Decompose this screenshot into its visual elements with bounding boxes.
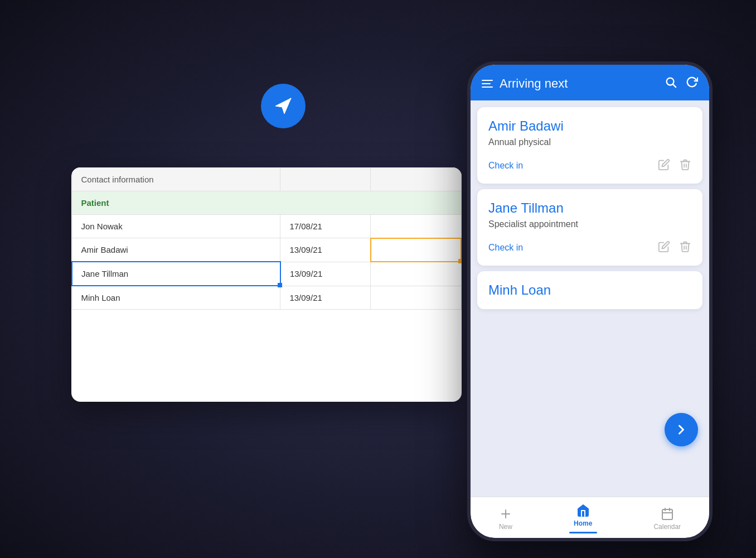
- nav-label-home: Home: [574, 519, 592, 527]
- nav-active-bar: [569, 532, 597, 533]
- hamburger-icon[interactable]: [482, 80, 493, 88]
- phone-inner: Arriving next: [471, 65, 709, 538]
- header-col2: [280, 168, 371, 191]
- cell-selected-blue: Jane Tillman: [72, 262, 280, 286]
- app-title: Arriving next: [500, 76, 568, 91]
- fab-button[interactable]: [665, 413, 698, 446]
- yellow-handle: [458, 259, 462, 263]
- patient-name-card-3: Minh Loan: [488, 282, 691, 298]
- patient-date-1: 17/08/21: [280, 215, 371, 238]
- check-in-button-1[interactable]: Check in: [488, 161, 523, 171]
- patient-card-3: Minh Loan: [477, 271, 702, 309]
- svg-rect-4: [662, 509, 672, 519]
- delete-button-1[interactable]: [679, 158, 691, 172]
- bottom-nav: New Home Ca: [471, 497, 709, 538]
- phone-mockup: Arriving next: [467, 61, 713, 541]
- table-row: Minh Loan 13/09/21: [72, 286, 461, 310]
- search-button[interactable]: [665, 76, 677, 92]
- paper-plane-icon: [261, 84, 306, 128]
- patient-extra-4: [371, 286, 461, 310]
- scene: Contact information Patient Jon Nowak 17…: [43, 28, 713, 530]
- patient-name-card-2: Jane Tillman: [488, 200, 691, 216]
- card-icons-2: [658, 240, 691, 254]
- header-col3: [371, 168, 461, 191]
- header-col1: Contact information: [72, 168, 280, 191]
- patient-extra-1: [371, 215, 461, 238]
- patient-date-2: 13/09/21: [280, 238, 371, 262]
- nav-item-calendar[interactable]: Calendar: [653, 507, 681, 531]
- cell-selected-yellow: [371, 238, 461, 262]
- patient-date-3: 13/09/21: [280, 262, 371, 286]
- patient-appointment-2: Specialist appointment: [488, 219, 691, 229]
- delete-button-2[interactable]: [679, 240, 691, 254]
- table-row: Jon Nowak 17/08/21: [72, 215, 461, 238]
- nav-item-home[interactable]: Home: [569, 504, 597, 533]
- app-header: Arriving next: [471, 65, 709, 100]
- patient-appointment-1: Annual physical: [488, 137, 691, 147]
- patient-name-1: Jon Nowak: [72, 215, 280, 238]
- patient-group-row: Patient: [72, 191, 461, 215]
- table-row: Jane Tillman 13/09/21: [72, 262, 461, 286]
- table-row: Amir Badawi 13/09/21: [72, 238, 461, 262]
- nav-item-new[interactable]: New: [499, 507, 512, 531]
- nav-label-calendar: Calendar: [653, 523, 681, 531]
- card-icons-1: [658, 158, 691, 172]
- spreadsheet-panel: Contact information Patient Jon Nowak 17…: [71, 167, 462, 402]
- edit-button-2[interactable]: [658, 240, 670, 254]
- patient-name-card-1: Amir Badawi: [488, 118, 691, 134]
- header-row: Contact information: [72, 168, 461, 191]
- edit-button-1[interactable]: [658, 158, 670, 172]
- spreadsheet-table: Contact information Patient Jon Nowak 17…: [71, 167, 462, 310]
- patient-name-3: Jane Tillman: [81, 269, 128, 278]
- patient-date-4: 13/09/21: [280, 286, 371, 310]
- svg-line-1: [673, 84, 676, 87]
- check-in-button-2[interactable]: Check in: [488, 243, 523, 253]
- patient-card-1: Amir Badawi Annual physical Check in: [477, 107, 702, 184]
- card-actions-1: Check in: [488, 158, 691, 172]
- header-right: [665, 76, 698, 92]
- header-left: Arriving next: [482, 76, 568, 91]
- nav-label-new: New: [499, 523, 512, 531]
- refresh-button[interactable]: [686, 76, 698, 92]
- patient-name-4: Minh Loan: [72, 286, 280, 310]
- blue-handle: [278, 283, 282, 287]
- card-actions-2: Check in: [488, 240, 691, 254]
- patient-card-2: Jane Tillman Specialist appointment Chec…: [477, 189, 702, 266]
- patient-name-2: Amir Badawi: [72, 238, 280, 262]
- patient-extra-3: [371, 262, 461, 286]
- patient-group-label: Patient: [72, 191, 461, 215]
